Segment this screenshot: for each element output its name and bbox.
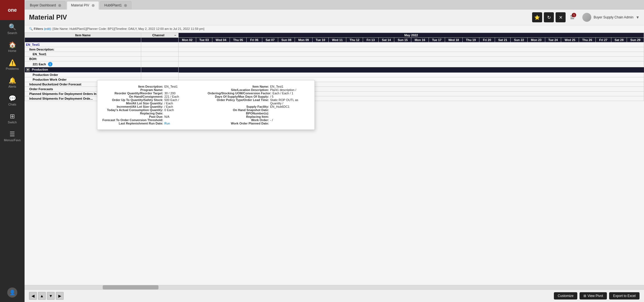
nav-right-arrow[interactable]: ▶ xyxy=(56,292,64,300)
data-cells-item xyxy=(179,42,644,47)
popup-row-consumption: Today's Actual Consumption Quantity: 0 E… xyxy=(102,108,204,112)
bell-icon: 🔔 xyxy=(9,77,16,84)
filter-edit-link[interactable]: (edit) xyxy=(44,27,51,30)
horizontal-scrollbar[interactable] xyxy=(25,285,644,289)
popup-value-consumption: 0 Each xyxy=(164,108,174,112)
tab-close-material-piv[interactable]: ⊗ xyxy=(92,3,95,8)
filter-bar: 🔍 Filters (edit): [Site Name: Hub6Plant1… xyxy=(25,25,644,33)
popup-row-site-loc: Site/Location Description: Plant1 descri… xyxy=(208,88,310,92)
channel-header-col: Channel – xyxy=(141,33,178,38)
table-row: EN_Test1 xyxy=(25,52,644,57)
popup-row-reorder: Reorder Quantity/Reorder Target: 30 / 20… xyxy=(102,92,204,95)
day-header-1: Tue 03 xyxy=(196,38,212,42)
nav-down-arrow[interactable]: ▼ xyxy=(47,292,55,300)
collapse-channel-btn[interactable]: – xyxy=(174,33,176,37)
sidebar-item-user[interactable]: 👤 xyxy=(0,284,25,302)
nav-left-arrow[interactable]: ◀ xyxy=(29,292,37,300)
chat-icon: 💬 xyxy=(9,95,16,102)
item-desc-value-cell: EN_Test1 xyxy=(25,52,141,57)
page-title: Material PIV xyxy=(29,13,67,21)
item-col-spacer xyxy=(25,38,141,42)
close-view-button[interactable]: ✕ xyxy=(556,12,566,22)
tab-close-buyer-dashboard[interactable]: ⊗ xyxy=(58,3,61,8)
popup-row-item-name: Item Name: EN_Test1 xyxy=(208,85,310,88)
tab-material-piv[interactable]: Material PIV ⊗ xyxy=(67,1,99,9)
sidebar-item-home[interactable]: 🏠 Home xyxy=(0,38,25,56)
day-header-21: Mon 23 xyxy=(527,38,545,42)
popup-row-bpo: BPONumber(s): xyxy=(208,112,310,115)
sidebar-item-label-chats: Chats xyxy=(8,103,16,106)
user-name: Buyer Supply Chain Admin xyxy=(593,15,633,19)
warning-icon: ⚠️ xyxy=(9,59,16,66)
day-header-14: Mon 16 xyxy=(411,38,429,42)
search-icon: 🔍 xyxy=(9,23,16,31)
sidebar-item-switch[interactable]: ⊞ Switch xyxy=(0,109,25,127)
data-cells-po xyxy=(179,73,644,77)
day-header-10: Thu 12 xyxy=(346,38,363,42)
info-button[interactable]: i xyxy=(48,62,52,66)
tab-close-hub6plant1[interactable]: ⊗ xyxy=(124,3,127,8)
tab-hub6plant1[interactable]: Hub6Plant1 ⊗ xyxy=(100,1,132,9)
popup-row-supply-facility: Supply Facility: EN_Hub6DC1 xyxy=(208,105,310,108)
day-header-25: Fri 27 xyxy=(595,38,611,42)
star-button[interactable]: ⭐ xyxy=(532,12,542,22)
popup-row-onhand-snapshot: On Hand Snapshot Date: xyxy=(208,108,310,112)
customize-button[interactable]: Customize xyxy=(554,292,578,299)
popup-row-days-supply: Days Of Supply/Max Days Of Supply: / 5 xyxy=(208,95,310,98)
filter-prefix: Filters xyxy=(34,27,44,30)
day-header-2: Wed 04 xyxy=(212,38,230,42)
month-label: May 2022 xyxy=(404,33,418,37)
popup-label-order-policy: Order Policy Type/Order Lead Time: xyxy=(208,98,269,102)
popup-label-ordering-uom: Ordering/Stocking UOM/Conversion Factor: xyxy=(208,92,271,95)
switch-icon: ⊞ xyxy=(10,113,15,120)
tab-label-hub6plant1: Hub6Plant1 xyxy=(104,3,122,7)
day-header-3: Thu 05 xyxy=(230,38,247,42)
production-section-header: ▼ Production xyxy=(25,67,141,73)
day-header-8: Tue 10 xyxy=(312,38,328,42)
table-row: Item Description: xyxy=(25,47,644,52)
popup-label-last-replen: Last Replenishment Run Date: xyxy=(102,122,163,125)
sidebar-item-search[interactable]: 🔍 Search xyxy=(0,20,25,38)
nav-up-arrow[interactable]: ▲ xyxy=(38,292,46,300)
day-header-13: Sun 15 xyxy=(394,38,411,42)
sidebar-item-chats[interactable]: 💬 Chats xyxy=(0,92,25,109)
table-icon: ⊞ xyxy=(583,294,586,298)
bottom-bar: ◀ ▲ ▼ ▶ Customize ⊞ View Pivot Export to… xyxy=(25,289,644,302)
user-avatar xyxy=(582,13,591,22)
popup-label-replacing-item: Replacing Item: xyxy=(208,115,269,118)
export-excel-button[interactable]: Export to Excel xyxy=(609,292,640,299)
boh-value-cell: 221 Each i xyxy=(25,61,141,67)
day-header-7: Mon 09 xyxy=(295,38,312,42)
popup-value-incr-lot: / Each xyxy=(164,105,173,108)
popup-value-ordering-uom: Each / Each / 1 xyxy=(273,92,294,95)
day-header-4: Fri 06 xyxy=(246,38,262,42)
day-header-6: Sun 08 xyxy=(278,38,295,42)
sidebar-item-problems[interactable]: ⚠️ Problems xyxy=(0,56,25,74)
channel-cell-po xyxy=(141,73,178,77)
popup-label-item-desc: Item Description: xyxy=(102,85,163,88)
popup-row-program: Program Name: xyxy=(102,88,204,92)
popup-row-order-up: Order Up To Quantity/Safety Stock: 500 E… xyxy=(102,98,204,102)
popup-label-site-loc: Site/Location Description: xyxy=(208,88,269,92)
sidebar-item-alerts[interactable]: 🔔 Alerts xyxy=(0,74,25,92)
user-dropdown-arrow[interactable]: ▼ xyxy=(636,15,640,20)
menu-icon: ☰ xyxy=(9,131,15,138)
tab-buyer-dashboard[interactable]: Buyer Dashboard ⊗ xyxy=(26,1,66,9)
view-pivot-button[interactable]: ⊞ View Pivot xyxy=(580,292,607,299)
user-avatar-icon: 👤 xyxy=(9,289,15,296)
popup-label-min-lot: Min/Alt Lot Size Quantity: xyxy=(102,102,163,105)
popup-value-site-loc: Plant1 description / xyxy=(270,88,296,92)
popup-value-supply-facility: EN_Hub6DC1 xyxy=(270,105,290,108)
popup-value-order-policy: Static ROP OUTL as Quantity / xyxy=(270,98,310,105)
grid-container[interactable]: Item Name Channel – May 2022 xyxy=(25,33,644,285)
view-pivot-label: View Pivot xyxy=(587,294,603,298)
popup-value-last-replen-run[interactable]: Run xyxy=(164,122,170,125)
collapse-production-btn[interactable]: ▼ xyxy=(26,68,30,72)
popup-value-onhand: 221 / Each xyxy=(164,95,179,98)
popup-label-replacing-date: Replacing Date: xyxy=(102,112,163,115)
day-header-9: Wed 11 xyxy=(328,38,346,42)
boh-label-cell: BOH: xyxy=(25,57,141,61)
refresh-button[interactable]: ↻ xyxy=(544,12,554,22)
sidebar-item-menus-favs[interactable]: ☰ Menus/Favs xyxy=(0,127,25,145)
notification-button[interactable]: ☰ 1 xyxy=(567,12,577,22)
